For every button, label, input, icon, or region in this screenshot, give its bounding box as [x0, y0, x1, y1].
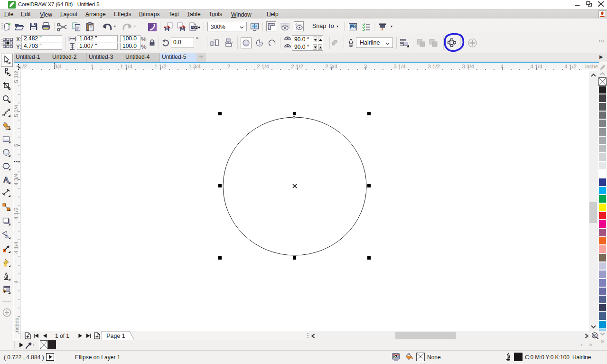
svg-text:PDF: PDF: [192, 26, 197, 29]
svg-text:Page 1: Page 1: [106, 333, 125, 339]
svg-text:A: A: [3, 176, 9, 184]
